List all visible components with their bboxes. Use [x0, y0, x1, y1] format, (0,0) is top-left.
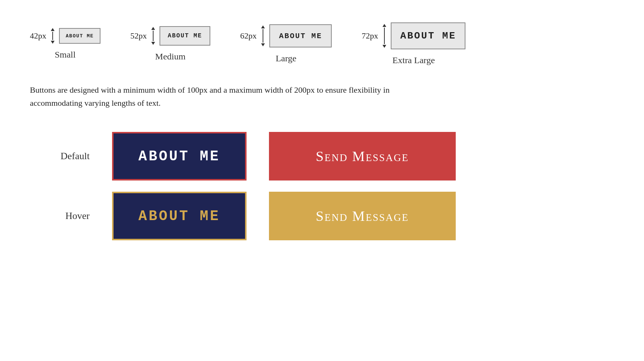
size-label-medium: Medium: [155, 52, 185, 62]
btn-size-large[interactable]: ABOUT ME: [269, 24, 332, 47]
size-indicator-xlarge: 72px ABOUT ME: [362, 22, 465, 49]
size-item-small: 42px ABOUT ME Small: [30, 28, 100, 60]
state-row-default: Default ABOUT ME Send Message: [30, 132, 614, 180]
state-row-hover: Hover ABOUT ME Send Message: [30, 192, 614, 240]
btn-secondary-default[interactable]: Send Message: [269, 132, 456, 180]
size-indicator-medium: 52px ABOUT ME: [130, 26, 210, 46]
arrow-line-xlarge: [384, 28, 385, 44]
size-px-xlarge: 72px: [362, 31, 378, 41]
size-indicator-large: 62px ABOUT ME: [240, 24, 332, 47]
size-px-large: 62px: [240, 31, 257, 41]
size-label-xlarge: Extra Large: [393, 55, 435, 65]
arrow-bracket-medium: [151, 27, 155, 45]
state-label-hover: Hover: [30, 210, 90, 222]
btn-primary-hover[interactable]: ABOUT ME: [112, 192, 247, 240]
state-buttons-hover: ABOUT ME Send Message: [112, 192, 456, 240]
btn-primary-default[interactable]: ABOUT ME: [112, 132, 247, 180]
states-section: Default ABOUT ME Send Message Hover ABOU…: [30, 132, 614, 240]
arrow-up-xlarge: [383, 24, 386, 27]
arrow-up-medium: [151, 27, 155, 30]
arrow-line-large: [263, 29, 263, 43]
size-item-medium: 52px ABOUT ME Medium: [130, 26, 210, 62]
btn-secondary-hover[interactable]: Send Message: [269, 192, 456, 240]
size-label-small: Small: [55, 50, 75, 60]
size-indicator-small: 42px ABOUT ME: [30, 28, 100, 44]
description-text: Buttons are designed with a minimum widt…: [30, 83, 422, 109]
size-px-medium: 52px: [130, 31, 147, 41]
arrow-bracket-xlarge: [383, 24, 386, 48]
size-item-xlarge: 72px ABOUT ME Extra Large: [362, 22, 465, 65]
page: 42px ABOUT ME Small 52px ABOUT ME: [0, 0, 644, 263]
state-label-default: Default: [30, 151, 90, 162]
state-buttons-default: ABOUT ME Send Message: [112, 132, 456, 180]
arrow-down-xlarge: [383, 45, 386, 48]
size-px-small: 42px: [30, 31, 46, 41]
sizes-row: 42px ABOUT ME Small 52px ABOUT ME: [30, 22, 614, 65]
btn-size-medium[interactable]: ABOUT ME: [160, 26, 210, 46]
arrow-line-small: [52, 32, 53, 40]
arrow-up-large: [261, 25, 265, 28]
arrow-up-small: [51, 28, 55, 31]
btn-size-small[interactable]: ABOUT ME: [59, 28, 100, 44]
size-item-large: 62px ABOUT ME Large: [240, 24, 332, 64]
arrow-bracket-small: [51, 28, 55, 44]
btn-size-xlarge[interactable]: ABOUT ME: [391, 22, 465, 49]
arrow-line-medium: [153, 31, 154, 41]
arrow-bracket-large: [261, 25, 265, 46]
size-label-large: Large: [276, 53, 297, 64]
arrow-down-medium: [151, 42, 155, 45]
arrow-down-large: [261, 43, 265, 46]
arrow-down-small: [51, 41, 55, 44]
